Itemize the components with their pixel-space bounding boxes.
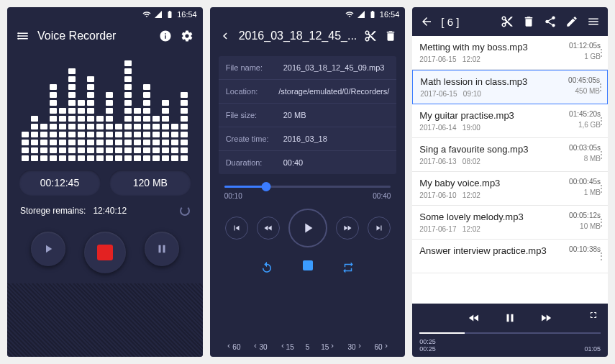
info-val: 20 MB [283,111,390,119]
info-key: File size: [226,111,283,119]
skip-option[interactable]: 60 [370,342,394,351]
expand-icon[interactable] [586,308,601,322]
forward-button[interactable] [336,217,359,240]
trash-icon[interactable] [384,29,397,43]
signal-icon [154,10,163,19]
status-bar: 16:54 [210,7,406,22]
time-pos: 00:10 [224,192,242,200]
share-icon[interactable] [404,29,405,43]
equalizer [7,50,203,165]
list-item[interactable]: Some lovely melody.mp32017-06-17 12:02 0… [412,206,608,240]
list-item[interactable]: My baby voice.mp32017-06-10 12:02 00:00:… [412,172,608,206]
dur-time: 01:05 [584,345,601,352]
play-button[interactable] [31,232,65,266]
back-icon[interactable] [419,14,434,29]
time-dur: 00:40 [373,192,391,200]
info-table: File name:2016_03_18_12_45_09.mp3Locatio… [219,56,397,174]
storage-row: Storege remains: 12:40:12 [7,200,203,222]
cut-icon[interactable] [364,29,377,43]
mini-player: 00:25 00:25 01:05 [412,304,608,357]
rewind-button[interactable] [467,311,481,325]
rewind-button[interactable] [257,217,280,240]
next-track-button[interactable] [368,217,391,240]
repeat-icon[interactable] [260,260,274,275]
wifi-icon [142,10,151,19]
svg-point-0 [17,32,19,34]
gear-icon[interactable] [180,29,194,43]
info-key: File name: [226,63,283,72]
prev-track-button[interactable] [225,217,248,240]
svg-point-2 [17,38,19,40]
skip-option[interactable]: 15 [275,342,299,351]
pos-time: 00:25 [419,338,436,345]
svg-point-1 [17,35,19,37]
skip-option[interactable]: 60 [221,342,245,351]
recording-list: Metting with my boss.mp32017-06-15 12:02… [412,36,608,304]
battery-icon [368,10,377,19]
storage-value: 12:40:12 [93,206,127,216]
record-button[interactable] [84,232,126,273]
more-icon[interactable]: ⋮ [596,250,606,262]
more-icon[interactable]: ⋮ [596,47,606,58]
storage-label: Storege remains: [20,206,86,216]
edit-icon[interactable] [565,14,579,29]
menu-icon[interactable] [586,14,601,29]
skip-option[interactable]: 15 [316,342,340,351]
size-pill: 120 MB [109,170,191,196]
mode-row [210,253,406,282]
controls [7,222,203,283]
status-time: 16:54 [177,10,197,19]
info-val: 00:40 [283,158,390,167]
info-val: 2016_03_18_12_45_09.mp3 [283,63,390,72]
play-button[interactable] [288,209,327,247]
info-val: 2016_03_18 [283,135,390,143]
pause-button[interactable] [503,311,517,325]
signal-icon [357,10,365,19]
seek-track[interactable] [419,332,601,334]
app-title: Voice Recorder [37,29,151,42]
info-val: /storage/emulated/0/Recorders/ [278,87,389,96]
battery-icon [165,10,174,19]
pause-button[interactable] [145,232,179,266]
texture [7,283,203,357]
time-row: 00:10 00:40 [210,189,406,203]
more-icon[interactable]: ⋮ [596,149,606,160]
list-item[interactable]: Math lession in class.mp32017-06-15 09:1… [412,70,608,104]
more-icon[interactable]: ⋮ [596,217,606,228]
list-item[interactable]: Metting with my boss.mp32017-06-15 12:02… [412,36,608,70]
more-icon[interactable]: ⋮ [596,81,606,93]
timer-pill: 00:12:45 [19,170,101,196]
cut-icon[interactable] [500,14,514,29]
list-item[interactable]: Sing a favourite song.mp32017-06-13 08:0… [412,138,608,172]
file-title: 2016_03_18_12_45_... [239,29,357,42]
status-bar: 16:54 [7,7,203,22]
rem-time: 00:25 [419,345,436,352]
seek-slider[interactable] [210,180,406,189]
spinner-icon [180,206,190,216]
skip-option[interactable]: 30 [343,342,367,351]
screen-player: 16:54 2016_03_18_12_45_... File name:201… [210,7,406,357]
play-controls [210,203,406,253]
skip-option[interactable]: 5 [301,343,314,351]
more-icon[interactable]: ⋮ [596,115,606,127]
menu-icon[interactable] [16,29,30,43]
list-title: [ 6 ] [441,16,493,28]
forward-button[interactable] [539,311,553,325]
skip-option[interactable]: 30 [247,342,271,351]
list-item[interactable]: My guitar practise.mp32017-06-14 19:00 0… [412,104,608,138]
info-icon[interactable] [158,29,173,43]
list-item[interactable]: Answer interview practice.mp3 00:10:38s … [412,240,608,273]
header: Voice Recorder [7,22,203,50]
info-key: Duaration: [226,158,283,167]
trash-icon[interactable] [521,14,536,29]
stop-button[interactable] [303,260,313,275]
back-icon[interactable] [219,29,232,43]
loop-icon[interactable] [341,260,355,275]
screen-recorder: 16:54 Voice Recorder 00:12:45 120 MB Sto… [7,7,203,357]
screen-list: [ 6 ] Metting with my boss.mp32017-06-15… [412,7,608,357]
more-icon[interactable]: ⋮ [596,183,606,194]
header: [ 6 ] [412,7,608,36]
status-time: 16:54 [380,10,400,19]
share-icon[interactable] [543,14,557,29]
stats-row: 00:12:45 120 MB [7,165,203,200]
